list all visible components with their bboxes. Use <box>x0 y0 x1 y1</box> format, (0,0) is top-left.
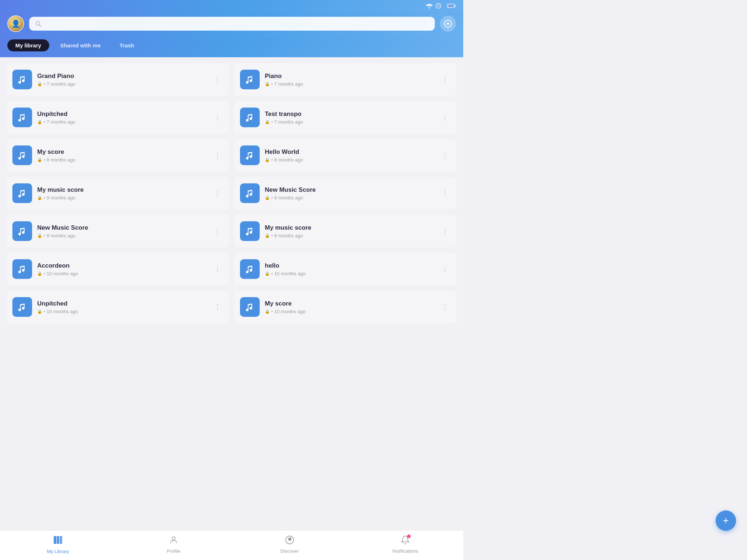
clock-icon <box>436 3 441 9</box>
score-info-1: Grand Piano 🔒 • 7 months ago <box>37 73 206 87</box>
status-bar <box>0 0 463 12</box>
score-info-2: Piano 🔒 • 7 months ago <box>265 73 434 87</box>
header: 👤 <box>0 12 463 38</box>
meta-sep-6: • <box>271 158 273 162</box>
score-info-6: Hello World 🔒 • 8 months ago <box>265 148 434 163</box>
score-info-4: Test transpo 🔒 • 7 months ago <box>265 110 434 125</box>
score-icon-9 <box>12 221 32 241</box>
score-info-8: New Music Score 🔒 • 9 months ago <box>265 186 434 201</box>
more-button-4[interactable]: ⋮ <box>439 112 451 123</box>
score-info-13: Unpitched 🔒 • 10 months ago <box>37 300 206 314</box>
score-card-7[interactable]: My music score 🔒 • 9 months ago ⋮ <box>7 177 229 210</box>
search-icon <box>35 20 42 27</box>
more-button-11[interactable]: ⋮ <box>212 263 223 275</box>
score-card-1[interactable]: Grand Piano 🔒 • 7 months ago ⋮ <box>7 63 229 96</box>
lock-icon-13: 🔒 <box>37 309 42 314</box>
battery-icon <box>447 3 456 8</box>
meta-sep-5: • <box>44 158 45 162</box>
lock-icon-1: 🔒 <box>37 82 42 86</box>
score-meta-9: 🔒 • 9 months ago <box>37 233 206 238</box>
score-card-5[interactable]: My score 🔒 • 8 months ago ⋮ <box>7 139 229 172</box>
score-time-4: 7 months ago <box>274 119 303 125</box>
score-card-14[interactable]: My score 🔒 • 10 months ago ⋮ <box>234 291 457 323</box>
lock-icon-8: 🔒 <box>265 195 270 200</box>
score-card-12[interactable]: hello 🔒 • 10 months ago ⋮ <box>234 253 457 285</box>
score-title-7: My music score <box>37 186 206 194</box>
lock-icon-7: 🔒 <box>37 195 42 200</box>
svg-rect-3 <box>454 5 455 7</box>
score-title-9: New Music Score <box>37 224 206 232</box>
score-time-10: 9 months ago <box>274 233 303 238</box>
more-button-12[interactable]: ⋮ <box>439 263 451 275</box>
score-icon-10 <box>240 221 260 241</box>
more-button-2[interactable]: ⋮ <box>439 74 451 85</box>
score-time-7: 9 months ago <box>47 195 76 201</box>
score-icon-14 <box>240 297 260 317</box>
tab-my-library[interactable]: My library <box>7 39 49 51</box>
score-meta-14: 🔒 • 10 months ago <box>265 309 434 314</box>
svg-point-0 <box>429 7 430 8</box>
score-info-12: hello 🔒 • 10 months ago <box>265 262 434 276</box>
lock-icon-4: 🔒 <box>265 120 270 124</box>
more-button-9[interactable]: ⋮ <box>212 225 223 237</box>
tab-shared-with-me[interactable]: Shared with me <box>52 39 109 51</box>
score-meta-12: 🔒 • 10 months ago <box>265 271 434 276</box>
score-meta-7: 🔒 • 9 months ago <box>37 195 206 201</box>
score-time-2: 7 months ago <box>274 81 303 87</box>
meta-sep-14: • <box>271 309 273 314</box>
score-icon-1 <box>12 70 32 89</box>
more-button-6[interactable]: ⋮ <box>439 149 451 161</box>
more-button-5[interactable]: ⋮ <box>212 149 223 161</box>
meta-sep-1: • <box>44 82 45 86</box>
lock-icon-11: 🔒 <box>37 271 42 276</box>
more-button-8[interactable]: ⋮ <box>439 187 451 199</box>
meta-sep-3: • <box>44 120 45 124</box>
score-info-3: Unpitched 🔒 • 7 months ago <box>37 110 206 125</box>
score-card-13[interactable]: Unpitched 🔒 • 10 months ago ⋮ <box>7 291 229 323</box>
avatar[interactable]: 👤 <box>7 15 24 32</box>
settings-button[interactable] <box>440 16 456 32</box>
score-card-11[interactable]: Accordeon 🔒 • 10 months ago ⋮ <box>7 253 229 285</box>
score-title-5: My score <box>37 148 206 156</box>
score-info-9: New Music Score 🔒 • 9 months ago <box>37 224 206 238</box>
lock-icon-5: 🔒 <box>37 158 42 162</box>
score-time-12: 10 months ago <box>274 271 306 276</box>
gear-icon <box>444 19 452 28</box>
more-button-13[interactable]: ⋮ <box>212 301 223 313</box>
more-button-1[interactable]: ⋮ <box>212 74 223 85</box>
meta-sep-10: • <box>271 233 273 238</box>
score-card-9[interactable]: New Music Score 🔒 • 9 months ago ⋮ <box>7 215 229 248</box>
score-time-3: 7 months ago <box>47 119 76 125</box>
score-info-7: My music score 🔒 • 9 months ago <box>37 186 206 201</box>
score-card-6[interactable]: Hello World 🔒 • 8 months ago ⋮ <box>234 139 457 172</box>
search-bar[interactable] <box>29 17 435 31</box>
score-time-13: 10 months ago <box>47 309 78 314</box>
score-icon-12 <box>240 259 260 279</box>
score-icon-5 <box>12 145 32 165</box>
score-meta-1: 🔒 • 7 months ago <box>37 81 206 87</box>
score-title-11: Accordeon <box>37 262 206 269</box>
score-card-4[interactable]: Test transpo 🔒 • 7 months ago ⋮ <box>234 101 457 134</box>
more-button-7[interactable]: ⋮ <box>212 187 223 199</box>
meta-sep-4: • <box>271 120 273 124</box>
score-title-12: hello <box>265 262 434 269</box>
score-title-2: Piano <box>265 73 434 80</box>
score-title-13: Unpitched <box>37 300 206 307</box>
score-title-4: Test transpo <box>265 110 434 118</box>
content-area: Grand Piano 🔒 • 7 months ago ⋮ Piano 🔒 •… <box>0 57 463 329</box>
more-button-14[interactable]: ⋮ <box>439 301 451 313</box>
score-icon-11 <box>12 259 32 279</box>
more-button-10[interactable]: ⋮ <box>439 225 451 237</box>
score-info-10: My music score 🔒 • 9 months ago <box>265 224 434 238</box>
score-card-8[interactable]: New Music Score 🔒 • 9 months ago ⋮ <box>234 177 457 210</box>
search-input[interactable] <box>45 20 429 27</box>
tab-trash[interactable]: Trash <box>112 39 142 51</box>
score-card-3[interactable]: Unpitched 🔒 • 7 months ago ⋮ <box>7 101 229 134</box>
meta-sep-2: • <box>271 82 273 86</box>
more-button-3[interactable]: ⋮ <box>212 112 223 123</box>
score-card-10[interactable]: My music score 🔒 • 9 months ago ⋮ <box>234 215 457 248</box>
score-meta-4: 🔒 • 7 months ago <box>265 119 434 125</box>
score-meta-11: 🔒 • 10 months ago <box>37 271 206 276</box>
scores-grid: Grand Piano 🔒 • 7 months ago ⋮ Piano 🔒 •… <box>7 63 457 323</box>
score-card-2[interactable]: Piano 🔒 • 7 months ago ⋮ <box>234 63 457 96</box>
